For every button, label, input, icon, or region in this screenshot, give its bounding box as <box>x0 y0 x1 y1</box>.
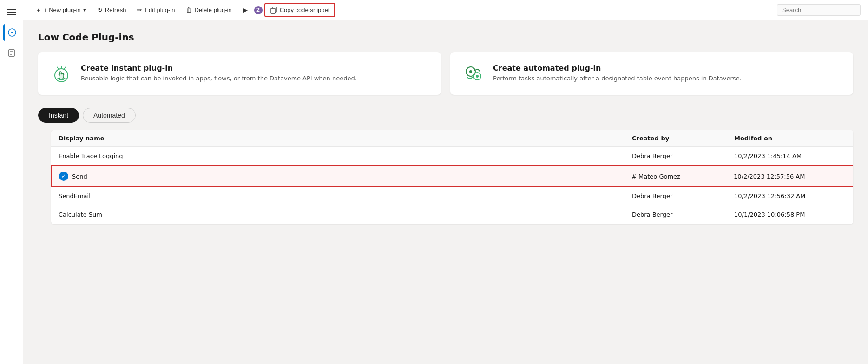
edit-icon: ✏ <box>137 7 142 13</box>
col-modified-on: Modifed on <box>734 135 846 142</box>
copy-icon <box>270 6 277 14</box>
chevron-down-icon: ▾ <box>83 7 86 13</box>
delete-label: Delete plug-in <box>194 7 231 13</box>
row-modified-on: 10/2/2023 1:45:14 AM <box>734 152 846 159</box>
check-icon: ✓ <box>59 172 68 181</box>
table-row[interactable]: Enable Trace Logging Debra Berger 10/2/2… <box>51 147 853 165</box>
run-button[interactable]: ▶ <box>238 4 252 16</box>
row-name: Enable Trace Logging <box>59 152 632 159</box>
hamburger-menu[interactable] <box>3 4 20 20</box>
plugin-table: Display name Created by Modifed on Enabl… <box>51 130 853 224</box>
row-modified-on: 10/2/2023 12:56:32 AM <box>734 192 846 199</box>
automated-plugin-card[interactable]: Create automated plug-in Perform tasks a… <box>450 52 853 95</box>
col-created-by: Created by <box>632 135 734 142</box>
table-header: Display name Created by Modifed on <box>51 130 853 147</box>
tab-automated[interactable]: Automated <box>83 108 136 123</box>
table-row[interactable]: Calculate Sum Debra Berger 10/1/2023 10:… <box>51 205 853 224</box>
toolbar: ＋ + New plug-in ▾ ↻ Refresh ✏ Edit plug-… <box>23 0 868 20</box>
edit-label: Edit plug-in <box>145 7 175 13</box>
instant-card-desc: Reusable logic that can be invoked in ap… <box>81 74 357 83</box>
refresh-button[interactable]: ↻ Refresh <box>93 4 131 16</box>
main-content: ＋ + New plug-in ▾ ↻ Refresh ✏ Edit plug-… <box>23 0 868 364</box>
row-name: ✓ Send <box>59 172 631 181</box>
new-plugin-label: + New plug-in <box>44 7 81 13</box>
row-created-by: Debra Berger <box>632 152 734 159</box>
plus-icon: ＋ <box>35 6 41 14</box>
automated-card-title: Create automated plug-in <box>493 64 742 73</box>
automated-icon <box>461 61 486 86</box>
col-display-name: Display name <box>59 135 632 142</box>
row-name: SendEmail <box>59 192 632 199</box>
row-created-by: Debra Berger <box>632 211 734 218</box>
sidebar <box>0 0 23 364</box>
svg-rect-6 <box>271 8 275 13</box>
refresh-icon: ↻ <box>98 7 103 13</box>
page-title: Low Code Plug-ins <box>38 32 853 43</box>
svg-point-10 <box>469 70 472 73</box>
edit-plugin-button[interactable]: ✏ Edit plug-in <box>132 4 179 16</box>
row-modified-on: 10/2/2023 12:57:56 AM <box>734 173 845 180</box>
instant-card-title: Create instant plug-in <box>81 64 357 73</box>
delete-plugin-button[interactable]: 🗑 Delete plug-in <box>181 4 236 16</box>
svg-point-11 <box>476 75 479 78</box>
table-row[interactable]: SendEmail Debra Berger 10/2/2023 12:56:3… <box>51 187 853 205</box>
row-created-by: # Mateo Gomez <box>631 173 734 180</box>
badge-2: 2 <box>254 6 263 14</box>
instant-card-text: Create instant plug-in Reusable logic th… <box>81 64 357 83</box>
run-icon: ▶ <box>243 7 248 13</box>
tabs-row: Instant Automated <box>38 108 853 123</box>
row-modified-on: 10/1/2023 10:06:58 PM <box>734 211 846 218</box>
copy-snippet-label: Copy code snippet <box>280 7 330 13</box>
automated-card-desc: Perform tasks automatically after a desi… <box>493 74 742 83</box>
copy-snippet-button[interactable]: Copy code snippet <box>264 3 335 17</box>
cards-row: Create instant plug-in Reusable logic th… <box>38 52 853 95</box>
search-input[interactable] <box>777 4 861 16</box>
table-row[interactable]: 1 ✓ Send # Mateo Gomez 10/2/2023 12:57:5… <box>51 165 853 187</box>
row-created-by: Debra Berger <box>632 192 734 199</box>
refresh-label: Refresh <box>105 7 126 13</box>
content-area: Low Code Plug-ins <box>23 20 868 364</box>
instant-icon <box>49 61 73 86</box>
sidebar-icon-puzzle[interactable] <box>3 24 20 41</box>
instant-plugin-card[interactable]: Create instant plug-in Reusable logic th… <box>38 52 441 95</box>
new-plugin-button[interactable]: ＋ + New plug-in ▾ <box>31 4 91 17</box>
delete-icon: 🗑 <box>186 7 192 13</box>
tab-instant[interactable]: Instant <box>38 108 79 123</box>
row-name: Calculate Sum <box>59 211 632 218</box>
sidebar-icon-book[interactable] <box>3 45 20 61</box>
automated-card-text: Create automated plug-in Perform tasks a… <box>493 64 742 83</box>
